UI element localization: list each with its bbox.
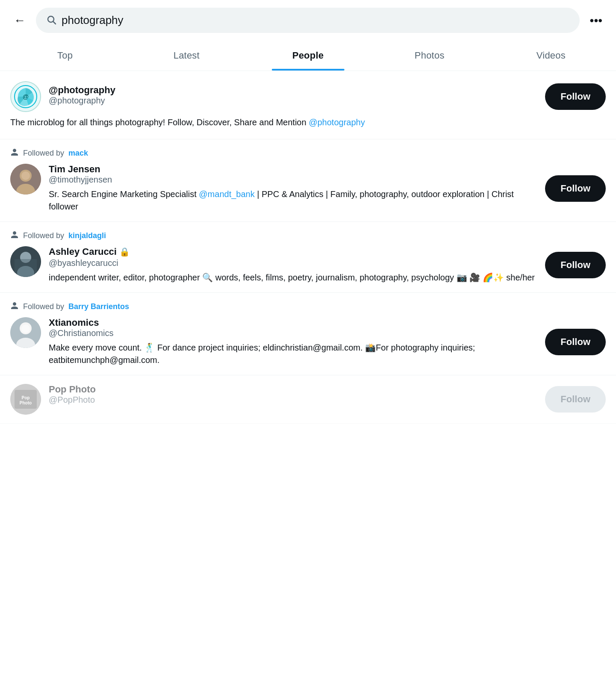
user-bio-photography: The microblog for all things photography…	[10, 116, 606, 129]
search-icon	[46, 15, 56, 27]
avatar-xtianomics	[10, 317, 41, 348]
user-handle-timjensen: @timothyjjensen	[49, 175, 537, 185]
followed-by-name-ashley: kinjaldagli	[68, 231, 106, 240]
followed-by-label-tim: Followed by	[23, 149, 64, 158]
follow-button-popphoto[interactable]: Follow	[545, 386, 606, 413]
user-info-ashley: Ashley Carucci 🔒 @byashleycarucci indepe…	[49, 246, 537, 284]
user-card-photography: @ @photography @photography Follow The m…	[0, 71, 616, 139]
avatar-ashley	[10, 246, 41, 277]
svg-text:Photo: Photo	[20, 401, 32, 405]
followed-by-name-tim: mack	[68, 149, 88, 158]
user-bio-xtianomics: Make every move count. 🕺 For dance proje…	[49, 342, 537, 366]
user-text-photography: @photography @photography	[49, 85, 115, 109]
user-card-xtianomics: Followed by Barry Barrientos Xtianomics …	[0, 293, 616, 375]
tab-top[interactable]: Top	[4, 41, 126, 71]
user-card-ashley: Followed by kinjaldagli Ashley Carucci 🔒…	[0, 222, 616, 293]
followed-by-xtian: Followed by Barry Barrientos	[10, 301, 606, 312]
user-bio-timjensen: Sr. Search Engine Marketing Specialist @…	[49, 188, 537, 213]
svg-text:@: @	[23, 93, 29, 100]
avatar-photography: @	[10, 81, 41, 112]
followed-by-label-ashley: Followed by	[23, 231, 64, 240]
bio-mention-photography[interactable]: @photography	[309, 118, 365, 127]
user-bio-ashley: independent writer, editor, photographer…	[49, 271, 537, 284]
user-handle-ashley: @byashleycarucci	[49, 258, 537, 268]
search-input[interactable]	[62, 14, 569, 27]
tab-latest[interactable]: Latest	[126, 41, 247, 71]
user-name-timjensen: Tim Jensen	[49, 164, 537, 175]
tab-photos[interactable]: Photos	[369, 41, 490, 71]
user-card-timjensen: Followed by mack Tim Jensen @timothyjjen…	[0, 139, 616, 222]
user-name-photography: @photography	[49, 85, 115, 96]
avatar-timjensen	[10, 164, 41, 195]
followed-by-label-xtian: Followed by	[23, 302, 64, 311]
bio-mention-timjensen[interactable]: @mandt_bank	[199, 189, 254, 199]
follow-button-photography[interactable]: Follow	[545, 83, 606, 110]
user-name-xtianomics: Xtianomics	[49, 317, 537, 328]
svg-point-15	[21, 324, 30, 333]
user-handle-popphoto: @PopPhoto	[49, 395, 537, 405]
svg-point-7	[21, 171, 30, 180]
svg-text:Pop: Pop	[22, 395, 30, 400]
person-icon-ashley	[10, 230, 19, 241]
user-info-xtianomics: Xtianomics @Christianomics Make every mo…	[49, 317, 537, 366]
more-options-button[interactable]: •••	[587, 12, 606, 29]
search-bar	[36, 8, 580, 33]
tab-videos[interactable]: Videos	[490, 41, 612, 71]
user-info-timjensen: Tim Jensen @timothyjjensen Sr. Search En…	[49, 164, 537, 213]
header: ← •••	[0, 0, 616, 41]
lock-icon-ashley: 🔒	[119, 247, 130, 257]
tab-people[interactable]: People	[247, 41, 368, 71]
user-name-popphoto: Pop Photo	[49, 384, 537, 395]
follow-button-xtianomics[interactable]: Follow	[545, 329, 606, 355]
svg-rect-11	[15, 259, 37, 277]
user-handle-photography: @photography	[49, 96, 115, 106]
back-button[interactable]: ←	[10, 12, 29, 29]
avatar-popphoto: Pop Photo	[10, 384, 41, 415]
person-icon-xtian	[10, 301, 19, 312]
user-name-ashley: Ashley Carucci	[49, 246, 117, 257]
user-card-popphoto: Pop Photo Pop Photo @PopPhoto Follow	[0, 375, 616, 424]
tabs-bar: Top Latest People Photos Videos	[0, 41, 616, 71]
followed-by-tim: Followed by mack	[10, 148, 606, 159]
user-handle-xtianomics: @Christianomics	[49, 328, 537, 338]
user-info-popphoto: Pop Photo @PopPhoto	[49, 384, 537, 408]
svg-line-1	[53, 21, 56, 24]
follow-button-timjensen[interactable]: Follow	[545, 175, 606, 202]
followed-by-name-xtian: Barry Barrientos	[68, 302, 129, 311]
followed-by-ashley: Followed by kinjaldagli	[10, 230, 606, 241]
follow-button-ashley[interactable]: Follow	[545, 252, 606, 278]
person-icon-tim	[10, 148, 19, 159]
